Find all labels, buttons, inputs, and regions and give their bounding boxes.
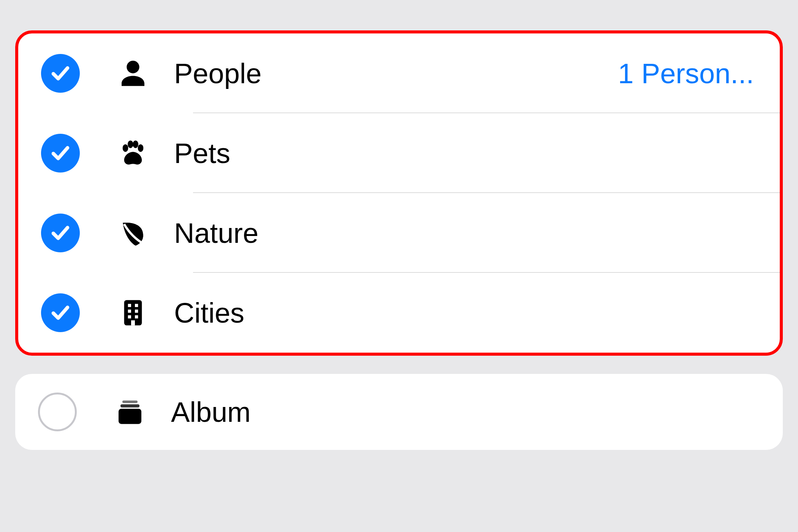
paw-icon bbox=[116, 136, 150, 170]
label-album: Album bbox=[171, 396, 760, 428]
person-icon bbox=[116, 57, 150, 90]
checkbox-cities[interactable] bbox=[41, 293, 80, 332]
checkbox-nature[interactable] bbox=[41, 214, 80, 252]
label-nature: Nature bbox=[174, 217, 757, 249]
svg-point-1 bbox=[128, 141, 133, 148]
label-pets: Pets bbox=[174, 137, 757, 169]
category-group-highlighted: People 1 Person... Pets Nature Cities bbox=[15, 30, 783, 356]
svg-rect-10 bbox=[135, 315, 138, 318]
category-group-secondary: Album bbox=[15, 374, 783, 450]
row-album[interactable]: Album bbox=[15, 374, 783, 450]
svg-rect-7 bbox=[128, 310, 131, 313]
svg-point-0 bbox=[123, 144, 128, 152]
svg-point-3 bbox=[138, 144, 144, 152]
checkmark-icon bbox=[50, 63, 71, 84]
label-cities: Cities bbox=[174, 297, 757, 329]
label-people: People bbox=[174, 57, 618, 90]
svg-rect-11 bbox=[131, 320, 135, 325]
svg-rect-6 bbox=[135, 304, 138, 307]
svg-rect-12 bbox=[122, 401, 138, 403]
checkbox-people[interactable] bbox=[41, 54, 80, 93]
svg-rect-8 bbox=[135, 310, 138, 313]
svg-rect-5 bbox=[128, 304, 131, 307]
checkmark-icon bbox=[50, 302, 71, 323]
building-icon bbox=[116, 296, 150, 329]
row-pets[interactable]: Pets bbox=[18, 113, 780, 193]
checkmark-icon bbox=[50, 222, 71, 244]
checkmark-icon bbox=[50, 142, 71, 164]
trailing-people[interactable]: 1 Person... bbox=[618, 57, 754, 90]
row-people[interactable]: People 1 Person... bbox=[18, 33, 780, 113]
row-cities[interactable]: Cities bbox=[18, 273, 780, 353]
svg-rect-13 bbox=[120, 404, 139, 407]
checkbox-album[interactable] bbox=[38, 393, 77, 431]
svg-point-2 bbox=[133, 141, 138, 148]
album-icon bbox=[113, 395, 147, 429]
leaf-icon bbox=[116, 216, 150, 250]
svg-rect-14 bbox=[119, 409, 141, 424]
svg-rect-9 bbox=[128, 315, 131, 318]
row-nature[interactable]: Nature bbox=[18, 193, 780, 273]
checkbox-pets[interactable] bbox=[41, 134, 80, 173]
